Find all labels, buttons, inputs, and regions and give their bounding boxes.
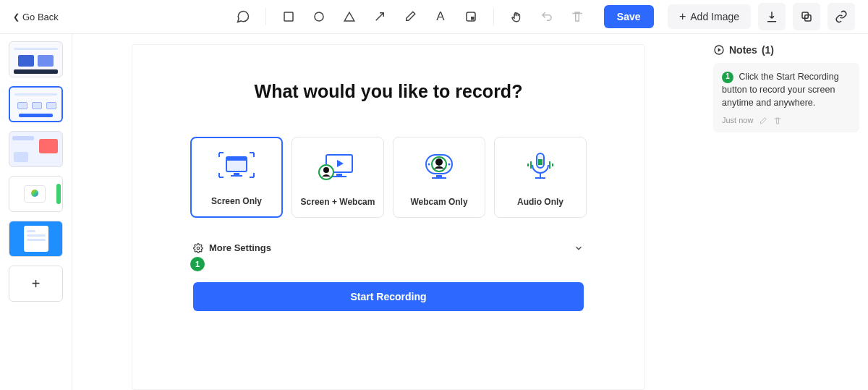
svg-rect-7 xyxy=(226,157,247,161)
svg-rect-9 xyxy=(231,175,242,177)
more-settings-row[interactable]: More Settings 1 xyxy=(193,242,584,253)
svg-point-31 xyxy=(197,247,200,250)
gear-icon xyxy=(193,243,203,253)
save-button[interactable]: Save xyxy=(604,5,654,28)
edit-note-icon[interactable] xyxy=(759,116,767,125)
delete-icon[interactable] xyxy=(566,6,588,27)
undo-icon[interactable] xyxy=(536,6,558,27)
download-button[interactable] xyxy=(758,3,786,30)
go-back-button[interactable]: ❮ Go Back xyxy=(13,12,59,22)
link-button[interactable] xyxy=(827,3,855,30)
thumbnail-5[interactable] xyxy=(9,221,63,257)
screen-webcam-icon xyxy=(316,151,359,184)
copy-button[interactable] xyxy=(793,3,820,30)
card-label: Screen Only xyxy=(211,196,262,206)
svg-marker-33 xyxy=(718,48,721,51)
rectangle-tool-icon[interactable] xyxy=(278,6,299,27)
thumbnail-sidebar: + xyxy=(0,34,72,390)
webcam-icon xyxy=(419,151,459,184)
note-number-badge: 1 xyxy=(722,72,733,83)
svg-rect-24 xyxy=(538,159,542,165)
editor-canvas: What would you like to record? xyxy=(132,44,645,390)
notes-header[interactable]: Notes(1) xyxy=(713,44,859,56)
top-toolbar: ❮ Go Back A xyxy=(0,0,868,34)
toolbar-right: + Add Image xyxy=(668,3,855,30)
chevron-left-icon: ❮ xyxy=(13,12,20,22)
triangle-tool-icon[interactable] xyxy=(339,6,360,27)
circle-tool-icon[interactable] xyxy=(308,6,330,27)
svg-rect-13 xyxy=(332,176,346,177)
add-image-label: Add Image xyxy=(690,11,739,22)
card-webcam-only[interactable]: Webcam Only xyxy=(393,137,485,218)
text-tool-icon[interactable]: A xyxy=(430,6,451,27)
tool-separator xyxy=(493,8,494,25)
note-text: Click the Start Recording button to reco… xyxy=(722,72,839,108)
chevron-down-icon xyxy=(574,243,584,253)
svg-rect-22 xyxy=(432,177,446,179)
svg-point-18 xyxy=(435,158,443,166)
go-back-label: Go Back xyxy=(22,12,59,22)
thumbnail-1[interactable] xyxy=(9,41,63,77)
start-recording-button[interactable]: Start Recording xyxy=(193,282,584,311)
card-label: Audio Only xyxy=(517,197,563,207)
plus-icon: + xyxy=(679,10,686,23)
more-settings-label: More Settings xyxy=(209,242,271,253)
blur-tool-icon[interactable] xyxy=(460,6,482,27)
card-screen-only[interactable]: Screen Only xyxy=(190,137,283,218)
svg-rect-0 xyxy=(284,12,293,21)
page-title: What would you like to record? xyxy=(132,81,644,102)
add-thumbnail-button[interactable]: + xyxy=(9,266,63,302)
notes-count: (1) xyxy=(762,44,774,56)
delete-note-icon[interactable] xyxy=(773,116,782,125)
thumbnail-4[interactable] xyxy=(9,176,63,212)
canvas-area: What would you like to record? xyxy=(72,34,705,390)
plus-icon: + xyxy=(32,276,41,292)
notes-panel: Notes(1) 1 Click the Start Recording but… xyxy=(705,34,868,390)
screen-icon xyxy=(216,150,257,183)
note-timestamp: Just now xyxy=(722,115,753,127)
comment-tool-icon[interactable] xyxy=(232,6,254,27)
svg-rect-3 xyxy=(471,17,475,20)
svg-rect-21 xyxy=(436,175,442,177)
card-audio-only[interactable]: Audio Only xyxy=(494,137,587,218)
thumbnail-2[interactable] xyxy=(9,86,63,122)
svg-rect-8 xyxy=(234,173,239,175)
svg-rect-12 xyxy=(336,174,342,176)
note-item: 1 Click the Start Recording button to re… xyxy=(713,63,859,132)
main-body: + What would you like to record? xyxy=(0,34,868,390)
card-label: Webcam Only xyxy=(410,197,467,207)
arrow-tool-icon[interactable] xyxy=(369,6,391,27)
card-label: Screen + Webcam xyxy=(301,197,375,207)
add-image-button[interactable]: + Add Image xyxy=(668,4,751,29)
hand-tool-icon[interactable] xyxy=(506,6,527,27)
step-badge: 1 xyxy=(190,257,205,271)
tool-separator xyxy=(265,8,266,25)
svg-point-20 xyxy=(448,164,451,166)
pen-tool-icon[interactable] xyxy=(399,6,421,27)
thumbnail-3[interactable] xyxy=(9,131,63,167)
notes-title: Notes xyxy=(729,44,757,56)
card-screen-webcam[interactable]: Screen + Webcam xyxy=(292,137,384,218)
svg-point-15 xyxy=(323,167,329,173)
svg-marker-11 xyxy=(337,160,344,167)
play-circle-icon xyxy=(713,44,725,56)
note-meta: Just now xyxy=(722,115,851,127)
annotation-tools: A Save xyxy=(232,5,654,28)
svg-point-1 xyxy=(315,12,323,21)
svg-point-19 xyxy=(428,164,430,166)
microphone-icon xyxy=(522,151,558,184)
record-option-cards: Screen Only Screen xyxy=(132,137,644,218)
